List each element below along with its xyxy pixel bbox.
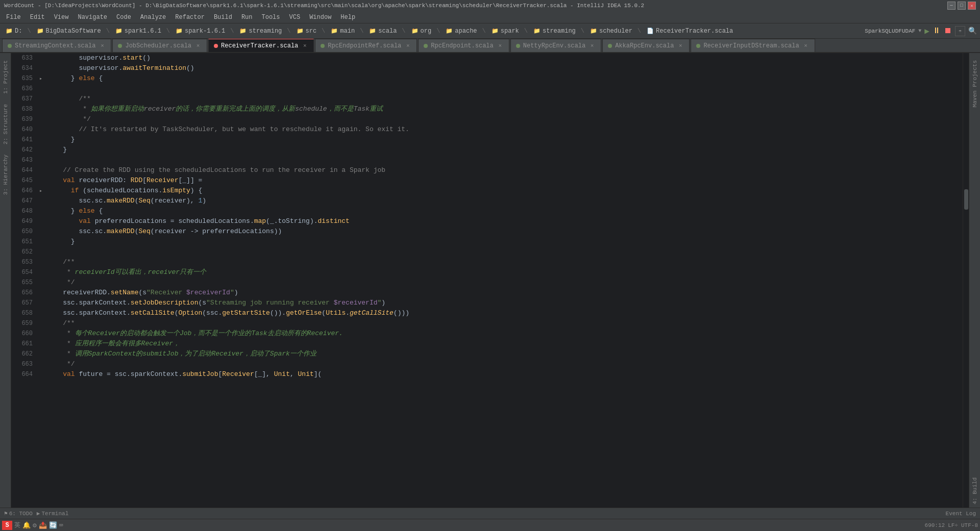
code-line-663: */ (47, 359, 963, 369)
debug-button[interactable]: ⏸ (933, 26, 941, 36)
toolbar-breadcrumb[interactable]: 📁 D: (3, 26, 24, 36)
tab-close[interactable]: × (677, 42, 684, 49)
tab-rpcendpointref[interactable]: RpcEndpointRef.scala × (315, 39, 417, 52)
main-area: 1: Project 2: Structure 3: Hierarchy 633… (0, 53, 980, 508)
code-line-653: /** (47, 257, 963, 267)
menu-item-view[interactable]: View (50, 13, 73, 22)
tab-nettyrpcenv[interactable]: NettyRpcEnv.scala × (510, 39, 601, 52)
code-line-635: } else { (47, 73, 963, 84)
tab-close-active[interactable]: × (301, 42, 308, 49)
tab-close[interactable]: × (589, 42, 596, 49)
line-num-656: 656 (11, 288, 33, 298)
tab-close[interactable]: × (802, 42, 810, 49)
breadcrumb-src[interactable]: 📁 src (294, 26, 319, 36)
code-line-643 (47, 155, 963, 165)
line-numbers: 633 634 635 636 637 638 639 640 641 642 … (11, 53, 37, 508)
sogou-icon[interactable]: S (2, 521, 12, 530)
panel-tab-build[interactable]: 4: Build (971, 474, 979, 508)
minimize-button[interactable]: ─ (947, 2, 955, 10)
menu-item-run[interactable]: Run (237, 13, 257, 22)
tab-jobscheduler[interactable]: JobScheduler.scala × (112, 39, 207, 52)
code-line-657: ssc.sparkContext.setJobDescription(s"Str… (47, 298, 963, 308)
tab-dot-active (214, 44, 218, 48)
menu-item-code[interactable]: Code (112, 13, 135, 22)
todo-tab[interactable]: ⚑ 6: TODO (4, 510, 33, 517)
folder-icon-4: 📁 (175, 27, 183, 35)
code-editor[interactable]: supervisor.start() supervisor.awaitTermi… (45, 53, 963, 508)
terminal-icon: ▶ (37, 510, 40, 517)
menu-item-edit[interactable]: Edit (26, 13, 49, 22)
line-num-648: 648 (11, 206, 33, 216)
code-line-661: * 应用程序一般会有很多Receiver， (47, 339, 963, 349)
run-controls: SparkSQLUDFUDAF ▼ ▶ ⏸ ⏹ ☂ 🔍 (865, 26, 977, 36)
terminal-tab[interactable]: ▶ Terminal (37, 510, 68, 517)
code-line-646: if (scheduledLocations.isEmpty) { (47, 186, 963, 196)
menu-item-vcs[interactable]: VCS (285, 13, 305, 22)
event-log[interactable]: Event Log (946, 511, 976, 517)
menu-item-tools[interactable]: Tools (258, 13, 284, 22)
breadcrumb-streaming2[interactable]: 📁 streaming (531, 26, 578, 36)
code-line-660: * 每个Receiver的启动都会触发一个Job，而不是一个作业的Task去启动… (47, 328, 963, 339)
menu-item-help[interactable]: Help (336, 13, 359, 22)
encoding: UTF-8 (961, 522, 978, 528)
share-icon: 📤 (39, 521, 47, 529)
folder-icon-13: 📁 (590, 27, 598, 35)
code-line-664: val future = ssc.sparkContext.submitJob[… (47, 369, 963, 380)
tab-close[interactable]: × (497, 42, 504, 49)
breadcrumb-streaming[interactable]: 📁 streaming (237, 26, 284, 36)
panel-tab-project[interactable]: 1: Project (2, 57, 10, 97)
code-line-650: ssc.sc.makeRDD(Seq(receiver -> preferred… (47, 226, 963, 237)
tab-receivertracker[interactable]: ReceiverTracker.scala × (208, 39, 314, 52)
line-num-638: 638 (11, 104, 33, 114)
code-line-633: supervisor.start() (47, 53, 963, 63)
menu-item-analyze[interactable]: Analyze (136, 13, 170, 22)
tab-streamingcontext[interactable]: StreamingContext.scala × (2, 39, 111, 52)
tab-close[interactable]: × (194, 42, 202, 49)
line-num-653: 653 (11, 257, 33, 267)
breadcrumb-file[interactable]: 📄 ReceiverTracker.scala (644, 26, 735, 36)
breadcrumb-bigdatasoftware[interactable]: 📁 BigDataSoftware (34, 26, 103, 36)
breadcrumb-main[interactable]: 📁 main (328, 26, 357, 36)
panel-tab-structure[interactable]: 2: Structure (2, 101, 10, 147)
breadcrumb-spark[interactable]: 📁 spark (489, 26, 521, 36)
code-line-639: */ (47, 114, 963, 124)
settings-icon[interactable]: ⚙ (33, 521, 37, 529)
code-line-647: ssc.sc.makeRDD(Seq(receiver), 1) (47, 196, 963, 206)
coverage-button[interactable]: ☂ (955, 26, 965, 36)
panel-tab-hierarchy[interactable]: 3: Hierarchy (2, 151, 10, 198)
menu-item-window[interactable]: Window (305, 13, 335, 22)
line-num-660: 660 (11, 328, 33, 339)
breadcrumb-spark161[interactable]: 📁 spark1.6.1 (113, 26, 163, 36)
line-num-639: 639 (11, 114, 33, 124)
line-num-661: 661 (11, 339, 33, 349)
line-num-642: 642 (11, 145, 33, 155)
tab-close[interactable]: × (404, 42, 411, 49)
tab-close[interactable]: × (99, 42, 106, 49)
scroll-thumb[interactable] (964, 189, 968, 210)
line-num-641: 641 (11, 135, 33, 145)
search-button[interactable]: 🔍 (968, 27, 977, 35)
tab-dot (424, 44, 428, 48)
close-button[interactable]: ✕ (968, 2, 976, 10)
line-num-664: 664 (11, 369, 33, 380)
tab-receiverinputdstream[interactable]: ReceiverInputDStream.scala × (691, 39, 815, 52)
breadcrumb-scheduler[interactable]: 📁 scheduler (587, 26, 634, 36)
maximize-button[interactable]: □ (958, 2, 966, 10)
panel-tab-maven[interactable]: Maven Projects (971, 57, 979, 110)
tab-rpcendpoint[interactable]: RpcEndpoint.scala × (418, 39, 509, 52)
breadcrumb-org[interactable]: 📁 org (409, 26, 434, 36)
code-line-651: } (47, 237, 963, 247)
breadcrumb-apache[interactable]: 📁 apache (443, 26, 479, 36)
menu-item-refactor[interactable]: Refactor (171, 13, 209, 22)
stop-button[interactable]: ⏹ (944, 26, 952, 36)
tab-akkarpcenv[interactable]: AkkaRpcEnv.scala × (602, 39, 690, 52)
menu-item-file[interactable]: File (2, 13, 25, 22)
line-num-650: 650 (11, 226, 33, 237)
breadcrumb-spark-161[interactable]: 📁 spark-1.6.1 (173, 26, 227, 36)
bottom-bar: ⚑ 6: TODO ▶ Terminal Event Log (0, 508, 980, 519)
line-num-657: 657 (11, 298, 33, 308)
menu-item-build[interactable]: Build (210, 13, 236, 22)
run-button[interactable]: ▶ (924, 26, 929, 36)
menu-item-navigate[interactable]: Navigate (74, 13, 111, 22)
breadcrumb-scala[interactable]: 📁 scala (366, 26, 399, 36)
